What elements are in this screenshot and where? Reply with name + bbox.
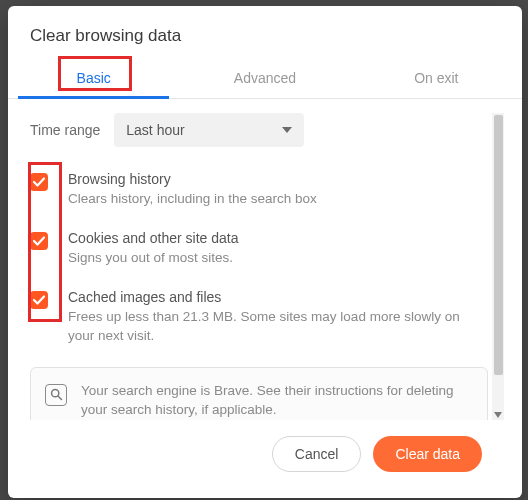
option-title: Browsing history [68, 171, 486, 187]
option-desc: Frees up less than 21.3 MB. Some sites m… [68, 308, 486, 344]
time-range-row: Time range Last hour [30, 113, 504, 147]
option-cookies: Cookies and other site data Signs you ou… [30, 230, 504, 267]
option-title: Cookies and other site data [68, 230, 486, 246]
dialog-title: Clear browsing data [8, 6, 522, 60]
checkmark-icon [32, 175, 46, 189]
dialog-content: Time range Last hour Browsing history Cl… [8, 99, 522, 498]
scrollbar-thumb[interactable] [494, 115, 503, 375]
cancel-button[interactable]: Cancel [272, 436, 362, 472]
option-desc: Clears history, including in the search … [68, 190, 486, 208]
scroll-area: Time range Last hour Browsing history Cl… [30, 113, 504, 420]
tab-advanced[interactable]: Advanced [179, 60, 350, 98]
tabs-bar: Basic Advanced On exit [8, 60, 522, 99]
time-range-value: Last hour [126, 122, 184, 138]
clear-data-button[interactable]: Clear data [373, 436, 482, 472]
option-cached: Cached images and files Frees up less th… [30, 289, 504, 344]
scrollbar[interactable] [492, 113, 504, 420]
tab-on-exit[interactable]: On exit [351, 60, 522, 98]
checkmark-icon [32, 293, 46, 307]
tab-basic[interactable]: Basic [8, 60, 179, 98]
chevron-down-icon [282, 127, 292, 133]
time-range-select[interactable]: Last hour [114, 113, 304, 147]
dialog-footer: Cancel Clear data [30, 420, 504, 490]
option-title: Cached images and files [68, 289, 486, 305]
option-desc: Signs you out of most sites. [68, 249, 486, 267]
svg-line-1 [58, 396, 62, 400]
checkmark-icon [32, 234, 46, 248]
notice-text: Your search engine is Brave. See their i… [81, 382, 473, 420]
option-browsing-history: Browsing history Clears history, includi… [30, 171, 504, 208]
checkbox-cookies[interactable] [30, 232, 48, 250]
magnifier-icon [45, 384, 67, 406]
checkbox-cached[interactable] [30, 291, 48, 309]
search-engine-notice: Your search engine is Brave. See their i… [30, 367, 488, 420]
time-range-label: Time range [30, 122, 100, 138]
scroll-down-icon[interactable] [494, 412, 502, 418]
clear-browsing-data-dialog: Clear browsing data Basic Advanced On ex… [8, 6, 522, 498]
checkbox-browsing-history[interactable] [30, 173, 48, 191]
